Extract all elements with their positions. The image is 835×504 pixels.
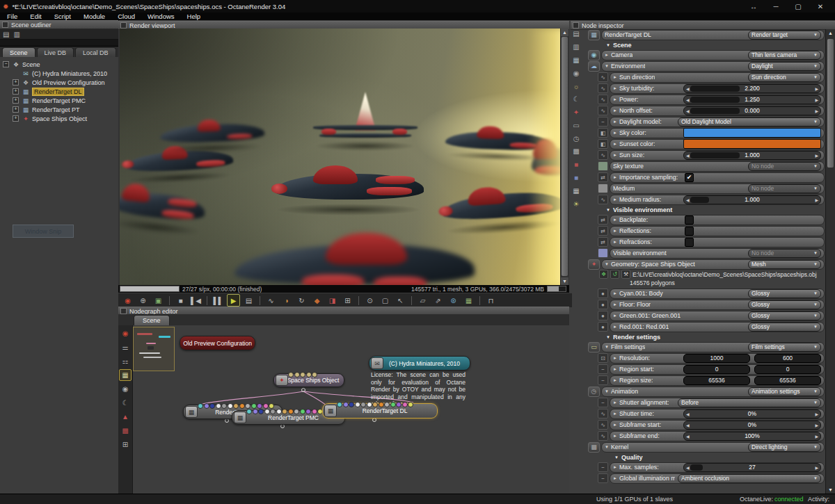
background-image-icon[interactable]: ▦ xyxy=(462,294,475,307)
realtime-icon[interactable]: ▤ xyxy=(242,294,255,307)
material-picker-icon[interactable]: ↖ xyxy=(394,294,407,307)
node-pin[interactable] xyxy=(305,409,311,414)
material-floor-dropdown[interactable]: Glossy▼ xyxy=(748,300,821,309)
node-pin[interactable] xyxy=(372,402,378,407)
scroll-down-icon[interactable]: ▼ xyxy=(561,277,568,285)
triangle-icon[interactable]: ► xyxy=(613,229,619,233)
slider-right-icon[interactable]: ▶ xyxy=(815,465,818,470)
slider-left-icon[interactable]: ◀ xyxy=(686,153,690,158)
triangle-icon[interactable]: ► xyxy=(613,240,619,244)
node-pin[interactable] xyxy=(408,402,413,407)
zoom-magnifier-icon[interactable]: ⊙ xyxy=(363,294,376,307)
paste-node-icon[interactable]: ▥ xyxy=(570,42,582,53)
slider-left-icon[interactable]: ◀ xyxy=(686,197,690,202)
medium-dropdown[interactable]: No node▼ xyxy=(748,184,821,193)
edit-mesh-icon[interactable]: ⚒ xyxy=(621,270,630,279)
outliner-tab-local-db[interactable]: Local DB xyxy=(75,47,116,57)
render-image[interactable] xyxy=(120,29,560,285)
node-pin[interactable] xyxy=(253,409,258,414)
node-annotation[interactable]: ✉ (C) Hydra Miniatures, 2010 xyxy=(369,356,470,371)
viewport-vertical-scrollbar[interactable]: ▲ ▼ xyxy=(560,29,568,285)
collapse-tree-icon[interactable]: ▥ xyxy=(13,31,19,38)
imager-palette-icon[interactable]: ▦ xyxy=(570,185,582,196)
node-pin[interactable] xyxy=(209,403,215,409)
node-pin[interactable] xyxy=(288,409,294,414)
node-pin[interactable] xyxy=(258,409,264,414)
sun-direction-dropdown[interactable]: Sun direction▼ xyxy=(748,73,821,82)
environment-dropdown[interactable]: Daylight▼ xyxy=(748,62,821,71)
region-start-value-y[interactable]: 0 xyxy=(754,365,821,374)
node-pin[interactable] xyxy=(264,409,270,414)
node-pin[interactable] xyxy=(251,403,257,409)
geometry-blue-palette-icon[interactable]: ■ xyxy=(570,172,582,184)
node-pin[interactable] xyxy=(269,403,274,409)
importance-sampling-checkbox[interactable]: ✔ xyxy=(685,173,694,182)
triangle-icon[interactable]: ► xyxy=(613,325,619,329)
kernel-dropdown[interactable]: Direct lighting▼ xyxy=(748,443,821,452)
region-size-value-y[interactable]: 65536 xyxy=(754,376,821,385)
menu-module[interactable]: Module xyxy=(84,13,105,20)
close-icon[interactable]: ✕ xyxy=(813,3,828,10)
node-pin[interactable] xyxy=(312,409,317,414)
target-type-dropdown[interactable]: Render target ▼ xyxy=(748,31,821,40)
shutter-time-slider[interactable]: ◀0%▶ xyxy=(683,409,821,418)
animation-dropdown[interactable]: Animation settings▼ xyxy=(748,387,821,396)
triangle-icon[interactable]: ► xyxy=(613,291,619,295)
nodegraph-tab-scene[interactable]: Scene xyxy=(134,315,170,325)
export-icon[interactable]: ⇗ xyxy=(431,294,445,307)
menu-script[interactable]: Script xyxy=(54,13,71,20)
node-pin[interactable] xyxy=(221,403,227,409)
node-pin[interactable] xyxy=(379,402,384,407)
slider-right-icon[interactable]: ▶ xyxy=(815,153,818,158)
nodegraph-minimap[interactable] xyxy=(133,327,175,371)
pause-icon[interactable]: ▌▌ xyxy=(212,294,225,307)
tree-expander-icon[interactable]: + xyxy=(13,115,19,122)
copy-node-icon[interactable]: ▤ xyxy=(570,29,582,40)
tree-expander-icon[interactable]: + xyxy=(13,79,19,86)
refractions-checkbox[interactable] xyxy=(685,238,694,247)
geometry-dropdown[interactable]: Mesh▼ xyxy=(748,260,821,269)
triangle-icon[interactable]: ► xyxy=(613,175,619,179)
triangle-icon[interactable]: ► xyxy=(613,131,619,135)
mesh-palette-icon[interactable]: ✦ xyxy=(570,107,582,118)
inspector-scrollbar[interactable]: ▲ ▼ xyxy=(825,29,835,494)
network-render-icon[interactable]: ⊛ xyxy=(447,294,460,307)
outliner-tab-live-db[interactable]: Live DB xyxy=(37,47,74,57)
triangle-icon[interactable]: ► xyxy=(613,314,619,318)
geometry-node-icon[interactable]: ▲ xyxy=(119,411,132,423)
scroll-down-icon[interactable]: ▼ xyxy=(826,486,835,494)
node-pin[interactable] xyxy=(288,372,294,377)
node-pin[interactable] xyxy=(343,402,349,407)
image-node-icon[interactable]: ▦ xyxy=(570,55,582,66)
node-pair-icon[interactable]: ⚌ xyxy=(119,341,132,353)
resolution-value-y[interactable]: 600 xyxy=(754,354,821,363)
octane-ball-icon[interactable]: ◉ xyxy=(121,294,134,307)
lock-resolution-icon[interactable]: ⊓ xyxy=(484,294,498,307)
node-old-preview-configuration[interactable]: Old Preview Configuration xyxy=(180,336,255,350)
triangle-icon[interactable]: ▼ xyxy=(605,64,611,68)
drag-window-icon[interactable]: ↔ xyxy=(746,3,761,10)
triangle-icon[interactable]: ► xyxy=(613,108,619,113)
slider-left-icon[interactable]: ◀ xyxy=(686,434,690,439)
slider-right-icon[interactable]: ▶ xyxy=(815,86,818,91)
node-pin[interactable] xyxy=(294,372,300,377)
subsample-icon[interactable]: ⊞ xyxy=(341,294,354,307)
triangle-icon[interactable]: ► xyxy=(613,367,619,371)
node-pin[interactable] xyxy=(294,409,299,414)
triangle-icon[interactable]: ► xyxy=(613,423,619,427)
triangle-icon[interactable]: ► xyxy=(613,120,619,124)
node-pin[interactable] xyxy=(245,403,250,409)
triangle-icon[interactable]: ► xyxy=(613,378,619,382)
slider-left-icon[interactable]: ◀ xyxy=(686,86,690,91)
texture-env-palette-icon[interactable]: ☾ xyxy=(570,94,582,105)
film-settings-dropdown[interactable]: Film settings▼ xyxy=(748,343,821,352)
animation-palette-icon[interactable]: ◷ xyxy=(570,133,582,144)
color-wheel-icon[interactable]: ◑ xyxy=(280,294,293,307)
slider-right-icon[interactable]: ▶ xyxy=(815,412,818,416)
triangle-icon[interactable]: ► xyxy=(613,412,619,416)
menu-windows[interactable]: Windows xyxy=(148,13,175,20)
geometry-red-palette-icon[interactable]: ■ xyxy=(570,159,582,170)
node-pin[interactable] xyxy=(228,403,233,409)
scroll-up-icon[interactable]: ▲ xyxy=(561,29,568,36)
triangle-icon[interactable]: ▼ xyxy=(605,262,611,266)
